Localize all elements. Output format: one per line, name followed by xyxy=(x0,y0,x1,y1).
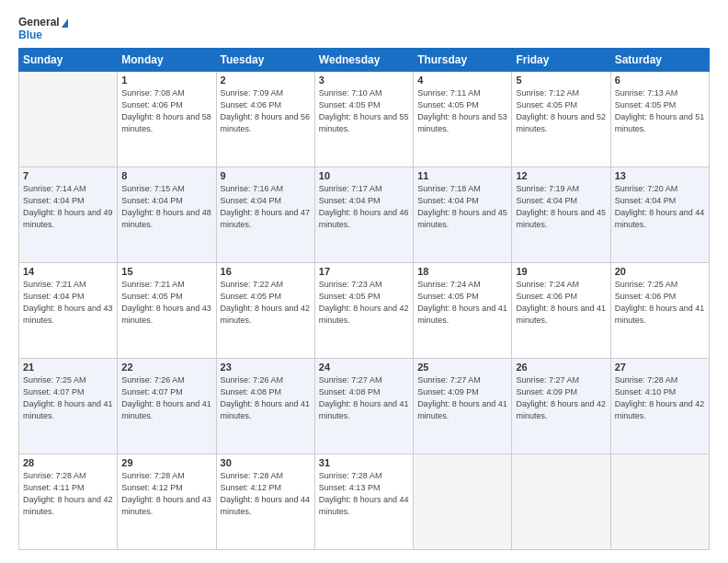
day-info: Sunrise: 7:28 AMSunset: 4:10 PMDaylight:… xyxy=(615,375,705,420)
day-info: Sunrise: 7:25 AMSunset: 4:07 PMDaylight:… xyxy=(23,375,113,420)
calendar-cell: 30 Sunrise: 7:28 AMSunset: 4:12 PMDaylig… xyxy=(216,454,314,549)
calendar-cell: 4 Sunrise: 7:11 AMSunset: 4:05 PMDayligh… xyxy=(414,71,512,167)
day-number: 22 xyxy=(121,362,211,373)
calendar-cell: 27 Sunrise: 7:28 AMSunset: 4:10 PMDaylig… xyxy=(610,358,709,454)
calendar-cell: 13 Sunrise: 7:20 AMSunset: 4:04 PMDaylig… xyxy=(610,167,709,262)
calendar-cell: 23 Sunrise: 7:26 AMSunset: 4:08 PMDaylig… xyxy=(216,358,314,454)
day-info: Sunrise: 7:08 AMSunset: 4:06 PMDaylight:… xyxy=(121,88,211,133)
day-number: 5 xyxy=(516,75,606,86)
calendar-cell: 7 Sunrise: 7:14 AMSunset: 4:04 PMDayligh… xyxy=(19,167,118,262)
day-number: 3 xyxy=(319,75,409,86)
calendar-cell: 5 Sunrise: 7:12 AMSunset: 4:05 PMDayligh… xyxy=(512,71,610,167)
day-info: Sunrise: 7:14 AMSunset: 4:04 PMDaylight:… xyxy=(23,184,113,229)
day-number: 10 xyxy=(319,170,409,181)
calendar-cell: 16 Sunrise: 7:22 AMSunset: 4:05 PMDaylig… xyxy=(216,262,314,358)
day-info: Sunrise: 7:27 AMSunset: 4:09 PMDaylight:… xyxy=(516,375,606,420)
calendar-week-row-4: 21 Sunrise: 7:25 AMSunset: 4:07 PMDaylig… xyxy=(19,358,710,454)
day-info: Sunrise: 7:23 AMSunset: 4:05 PMDaylight:… xyxy=(319,280,409,325)
calendar-cell: 24 Sunrise: 7:27 AMSunset: 4:08 PMDaylig… xyxy=(314,358,413,454)
day-number: 29 xyxy=(121,457,211,468)
page: General Blue SundayMondayTuesdayWednesda… xyxy=(0,0,728,563)
calendar-weekday-tuesday: Tuesday xyxy=(216,48,314,71)
day-number: 16 xyxy=(221,266,311,277)
calendar-cell: 6 Sunrise: 7:13 AMSunset: 4:05 PMDayligh… xyxy=(610,71,709,167)
day-info: Sunrise: 7:19 AMSunset: 4:04 PMDaylight:… xyxy=(516,184,606,229)
day-number: 15 xyxy=(121,266,211,277)
day-number: 18 xyxy=(417,266,507,277)
day-info: Sunrise: 7:21 AMSunset: 4:04 PMDaylight:… xyxy=(23,280,113,325)
calendar-cell: 29 Sunrise: 7:28 AMSunset: 4:12 PMDaylig… xyxy=(118,454,216,549)
calendar-cell xyxy=(610,454,709,549)
calendar-header-row: SundayMondayTuesdayWednesdayThursdayFrid… xyxy=(19,48,710,71)
day-info: Sunrise: 7:12 AMSunset: 4:05 PMDaylight:… xyxy=(516,88,606,133)
calendar-cell: 25 Sunrise: 7:27 AMSunset: 4:09 PMDaylig… xyxy=(414,358,512,454)
calendar-cell: 2 Sunrise: 7:09 AMSunset: 4:06 PMDayligh… xyxy=(216,71,314,167)
calendar-cell: 15 Sunrise: 7:21 AMSunset: 4:05 PMDaylig… xyxy=(118,262,216,358)
day-number: 26 xyxy=(516,362,606,373)
calendar-week-row-1: 1 Sunrise: 7:08 AMSunset: 4:06 PMDayligh… xyxy=(19,71,710,167)
day-number: 28 xyxy=(23,457,113,468)
calendar-weekday-friday: Friday xyxy=(512,48,610,71)
day-info: Sunrise: 7:13 AMSunset: 4:05 PMDaylight:… xyxy=(615,88,705,133)
day-info: Sunrise: 7:28 AMSunset: 4:12 PMDaylight:… xyxy=(121,471,211,516)
day-info: Sunrise: 7:09 AMSunset: 4:06 PMDaylight:… xyxy=(221,88,311,133)
day-info: Sunrise: 7:22 AMSunset: 4:05 PMDaylight:… xyxy=(221,280,311,325)
day-number: 20 xyxy=(615,266,705,277)
calendar-weekday-monday: Monday xyxy=(118,48,216,71)
day-info: Sunrise: 7:25 AMSunset: 4:06 PMDaylight:… xyxy=(615,280,705,325)
day-number: 7 xyxy=(23,170,113,181)
day-info: Sunrise: 7:24 AMSunset: 4:06 PMDaylight:… xyxy=(516,280,606,325)
day-number: 12 xyxy=(516,170,606,181)
calendar-cell: 31 Sunrise: 7:28 AMSunset: 4:13 PMDaylig… xyxy=(314,454,413,549)
calendar-cell: 14 Sunrise: 7:21 AMSunset: 4:04 PMDaylig… xyxy=(19,262,118,358)
day-info: Sunrise: 7:20 AMSunset: 4:04 PMDaylight:… xyxy=(615,184,705,229)
calendar-weekday-thursday: Thursday xyxy=(414,48,512,71)
day-info: Sunrise: 7:18 AMSunset: 4:04 PMDaylight:… xyxy=(417,184,507,229)
day-number: 27 xyxy=(615,362,705,373)
calendar-cell: 17 Sunrise: 7:23 AMSunset: 4:05 PMDaylig… xyxy=(314,262,413,358)
logo: General Blue xyxy=(18,17,68,42)
calendar-cell: 20 Sunrise: 7:25 AMSunset: 4:06 PMDaylig… xyxy=(610,262,709,358)
day-number: 30 xyxy=(221,457,311,468)
calendar-cell: 19 Sunrise: 7:24 AMSunset: 4:06 PMDaylig… xyxy=(512,262,610,358)
calendar-cell: 28 Sunrise: 7:28 AMSunset: 4:11 PMDaylig… xyxy=(19,454,118,549)
day-info: Sunrise: 7:27 AMSunset: 4:09 PMDaylight:… xyxy=(417,375,507,420)
calendar-cell xyxy=(414,454,512,549)
calendar-cell: 9 Sunrise: 7:16 AMSunset: 4:04 PMDayligh… xyxy=(216,167,314,262)
day-number: 13 xyxy=(615,170,705,181)
day-info: Sunrise: 7:28 AMSunset: 4:13 PMDaylight:… xyxy=(319,471,409,516)
day-number: 24 xyxy=(319,362,409,373)
day-number: 1 xyxy=(121,75,211,86)
logo-blue: Blue xyxy=(18,29,68,42)
calendar-cell: 12 Sunrise: 7:19 AMSunset: 4:04 PMDaylig… xyxy=(512,167,610,262)
day-info: Sunrise: 7:27 AMSunset: 4:08 PMDaylight:… xyxy=(319,375,409,420)
calendar-cell: 10 Sunrise: 7:17 AMSunset: 4:04 PMDaylig… xyxy=(314,167,413,262)
day-number: 6 xyxy=(615,75,705,86)
day-number: 4 xyxy=(417,75,507,86)
calendar-cell: 3 Sunrise: 7:10 AMSunset: 4:05 PMDayligh… xyxy=(314,71,413,167)
day-info: Sunrise: 7:11 AMSunset: 4:05 PMDaylight:… xyxy=(417,88,507,133)
calendar-weekday-wednesday: Wednesday xyxy=(314,48,413,71)
day-number: 23 xyxy=(221,362,311,373)
day-info: Sunrise: 7:24 AMSunset: 4:05 PMDaylight:… xyxy=(417,280,507,325)
day-number: 8 xyxy=(121,170,211,181)
day-number: 25 xyxy=(417,362,507,373)
calendar-week-row-3: 14 Sunrise: 7:21 AMSunset: 4:04 PMDaylig… xyxy=(19,262,710,358)
calendar-cell: 21 Sunrise: 7:25 AMSunset: 4:07 PMDaylig… xyxy=(19,358,118,454)
calendar-weekday-saturday: Saturday xyxy=(610,48,709,71)
day-info: Sunrise: 7:26 AMSunset: 4:08 PMDaylight:… xyxy=(221,375,311,420)
calendar-week-row-5: 28 Sunrise: 7:28 AMSunset: 4:11 PMDaylig… xyxy=(19,454,710,549)
day-info: Sunrise: 7:26 AMSunset: 4:07 PMDaylight:… xyxy=(121,375,211,420)
day-info: Sunrise: 7:28 AMSunset: 4:12 PMDaylight:… xyxy=(221,471,311,516)
day-info: Sunrise: 7:16 AMSunset: 4:04 PMDaylight:… xyxy=(221,184,311,229)
logo-general: General xyxy=(18,17,68,29)
calendar-cell: 18 Sunrise: 7:24 AMSunset: 4:05 PMDaylig… xyxy=(414,262,512,358)
day-number: 14 xyxy=(23,266,113,277)
calendar-cell: 26 Sunrise: 7:27 AMSunset: 4:09 PMDaylig… xyxy=(512,358,610,454)
day-number: 19 xyxy=(516,266,606,277)
day-info: Sunrise: 7:17 AMSunset: 4:04 PMDaylight:… xyxy=(319,184,409,229)
calendar-cell: 11 Sunrise: 7:18 AMSunset: 4:04 PMDaylig… xyxy=(414,167,512,262)
day-number: 31 xyxy=(319,457,409,468)
day-info: Sunrise: 7:21 AMSunset: 4:05 PMDaylight:… xyxy=(121,280,211,325)
calendar-cell xyxy=(19,71,118,167)
